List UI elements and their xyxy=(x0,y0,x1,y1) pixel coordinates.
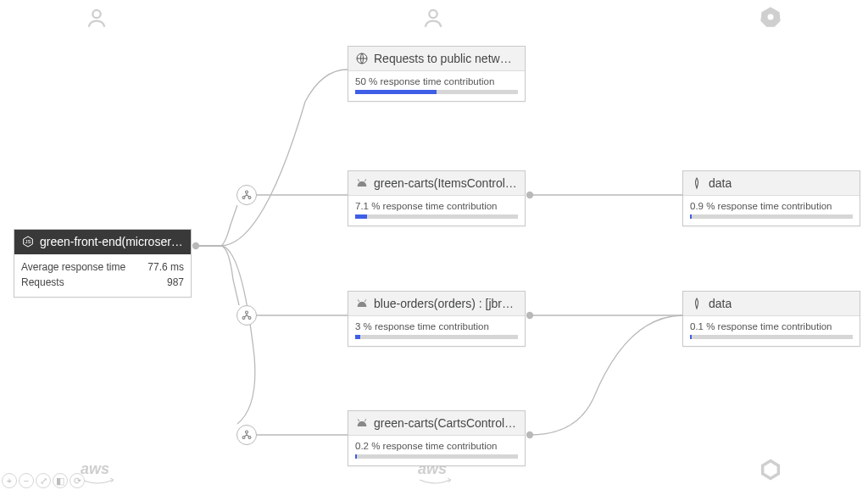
contribution-bar xyxy=(355,335,518,339)
contribution-label: 0.2 % response time contribution xyxy=(355,441,518,451)
node-title: data xyxy=(709,297,732,310)
zoom-in-button[interactable]: + xyxy=(2,473,17,488)
node-header: green-carts(CartsControll… xyxy=(348,411,525,436)
svg-point-3 xyxy=(768,14,774,20)
hexagon-icon xyxy=(759,458,782,484)
layout-button[interactable]: ◧ xyxy=(53,473,68,488)
nodejs-icon: JS xyxy=(21,235,35,248)
node-title: green-carts(ItemsControll… xyxy=(374,176,518,190)
node-body: 0.1 % response time contribution xyxy=(683,316,860,346)
mongodb-icon xyxy=(690,176,704,190)
node-root[interactable]: JS green-front-end(microser… Average res… xyxy=(14,229,192,298)
pin-icon xyxy=(421,5,445,31)
mongodb-icon xyxy=(690,297,704,310)
svg-point-6 xyxy=(527,192,533,198)
node-header: Requests to public netw… xyxy=(348,47,525,71)
node-header: data xyxy=(683,171,860,196)
node-header: blue-orders(orders) : [jbra… xyxy=(348,292,525,316)
svg-point-15 xyxy=(246,431,248,433)
contribution-bar xyxy=(690,214,853,219)
aws-icon: aws xyxy=(81,460,114,487)
node-header: JS green-front-end(microser… xyxy=(14,230,191,254)
node-title: green-front-end(microser… xyxy=(40,235,183,248)
fit-button[interactable]: ⤢ xyxy=(36,473,51,488)
tomcat-icon xyxy=(355,176,369,190)
contribution-label: 50 % response time contribution xyxy=(355,76,518,86)
svg-marker-4 xyxy=(763,461,779,479)
contribution-label: 3 % response time contribution xyxy=(355,321,518,331)
node-blue-orders[interactable]: blue-orders(orders) : [jbra… 3 % respons… xyxy=(348,291,526,347)
contribution-label: 0.9 % response time contribution xyxy=(690,201,853,211)
junction-icon xyxy=(236,185,257,205)
svg-point-5 xyxy=(193,243,199,249)
tomcat-icon xyxy=(355,416,369,430)
node-title: green-carts(CartsControll… xyxy=(374,416,518,430)
view-toolbar: + − ⤢ ◧ ⟳ xyxy=(2,473,85,488)
node-body: 50 % response time contribution xyxy=(348,71,525,101)
junction-icon xyxy=(236,425,257,445)
svg-text:JS: JS xyxy=(25,239,31,244)
node-header: data xyxy=(683,292,860,316)
globe-icon xyxy=(355,52,369,65)
contribution-label: 7.1 % response time contribution xyxy=(355,201,518,211)
node-public-network[interactable]: Requests to public netw… 50 % response t… xyxy=(348,46,526,102)
node-body: 0.2 % response time contribution xyxy=(348,436,525,465)
svg-point-8 xyxy=(527,432,533,438)
node-green-carts-items[interactable]: green-carts(ItemsControll… 7.1 % respons… xyxy=(348,170,526,226)
requests-label: Requests xyxy=(21,275,64,290)
avg-response-value: 77.6 ms xyxy=(147,259,184,275)
node-body: Average response time 77.6 ms Requests 9… xyxy=(14,254,191,297)
node-header: green-carts(ItemsControll… xyxy=(348,171,525,196)
node-data-top[interactable]: data 0.9 % response time contribution xyxy=(682,170,860,226)
kubernetes-icon xyxy=(759,5,782,31)
contribution-label: 0.1 % response time contribution xyxy=(690,321,853,331)
zoom-out-button[interactable]: − xyxy=(19,473,34,488)
junction-icon xyxy=(236,305,257,326)
avg-response-label: Average response time xyxy=(21,259,125,275)
node-body: 0.9 % response time contribution xyxy=(683,196,860,226)
svg-point-7 xyxy=(527,313,533,319)
svg-point-1 xyxy=(429,10,437,18)
contribution-bar xyxy=(355,214,518,219)
node-title: blue-orders(orders) : [jbra… xyxy=(374,297,518,310)
pin-icon xyxy=(85,5,108,31)
node-green-carts-carts[interactable]: green-carts(CartsControll… 0.2 % respons… xyxy=(348,410,526,466)
refresh-button[interactable]: ⟳ xyxy=(70,473,85,488)
contribution-bar xyxy=(690,335,853,339)
svg-point-9 xyxy=(246,191,248,193)
svg-point-0 xyxy=(92,10,100,18)
node-data-bottom[interactable]: data 0.1 % response time contribution xyxy=(682,291,860,347)
contribution-bar xyxy=(355,454,518,459)
node-title: Requests to public netw… xyxy=(374,52,512,65)
node-body: 3 % response time contribution xyxy=(348,316,525,346)
tomcat-icon xyxy=(355,297,369,310)
node-title: data xyxy=(709,176,732,190)
svg-point-12 xyxy=(246,311,248,314)
node-body: 7.1 % response time contribution xyxy=(348,196,525,226)
requests-value: 987 xyxy=(167,275,184,290)
contribution-bar xyxy=(355,90,518,94)
